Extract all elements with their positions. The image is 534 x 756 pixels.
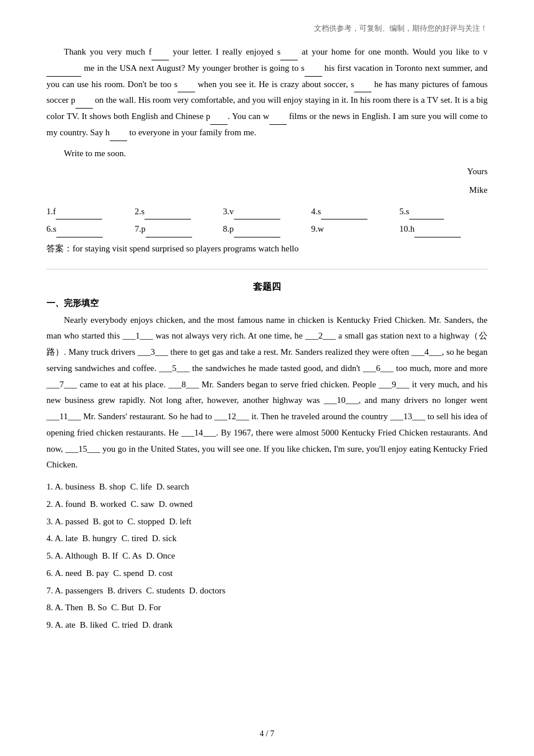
option-1: 1. A. business B. shop C. life D. search	[46, 479, 488, 495]
blank-7	[75, 108, 93, 109]
option-4: 4. A. late B. hungry C. tired D. sick	[46, 531, 488, 547]
blank-p7	[146, 237, 192, 237]
fill-item-7: 7.p	[135, 221, 223, 237]
option-2: 2. A. found B. worked C. saw D. owned	[46, 496, 488, 513]
fill-item-5: 5.s	[399, 203, 488, 220]
section-divider	[46, 269, 488, 269]
blank-6	[354, 92, 371, 92]
fill-item-9: 9.w	[311, 221, 399, 237]
fill-item-10: 10.h	[399, 221, 488, 237]
fill-item-4: 4.s	[311, 203, 399, 220]
blank-4	[305, 76, 322, 77]
option-5: 5. A. Although B. If C. As D. Once	[46, 548, 488, 564]
signature-yours: Yours	[46, 164, 488, 180]
passage-text: Nearly everybody enjoys chicken, and the…	[46, 312, 488, 474]
blank-3	[46, 76, 81, 77]
fill-item-8: 8.p	[223, 221, 311, 237]
blank-h10	[414, 237, 461, 237]
option-6: 6. A. need B. pay C. spend D. cost	[46, 566, 488, 582]
options-section: 1. A. business B. shop C. life D. search…	[46, 479, 488, 633]
blank-f1	[56, 219, 102, 219]
passage: Nearly everybody enjoys chicken, and the…	[46, 312, 488, 474]
letter-paragraph: Thank you very much f your letter. I rea…	[46, 44, 488, 141]
blank-p8	[234, 237, 280, 237]
blank-1	[151, 60, 169, 60]
option-3: 3. A. passed B. got to C. stopped D. lef…	[46, 514, 488, 530]
option-8: 8. A. Then B. So C. But D. For	[46, 600, 488, 616]
blank-s5	[409, 219, 444, 219]
answer-line: 答案：for staying visit spend surprised so …	[46, 241, 488, 257]
fill-item-3: 3.v	[223, 203, 311, 220]
fill-blanks-grid: 1.f 2.s 3.v 4.s 5.s 6.s 7.p 8.p 9.w 10.h	[46, 203, 488, 237]
signature-mike: Mike	[46, 182, 488, 199]
page: 文档供参考，可复制、编制，期待您的好评与关注！ Thank you very m…	[0, 0, 534, 756]
blank-s6	[56, 237, 103, 237]
blank-s4	[321, 219, 367, 219]
blank-s2	[145, 219, 191, 219]
blank-10	[110, 141, 127, 141]
option-7: 7. A. passengers B. drivers C. students …	[46, 583, 488, 599]
write-to-me: Write to me soon.	[64, 146, 488, 162]
fill-item-1: 1.f	[46, 203, 135, 220]
blank-5	[178, 92, 195, 92]
fill-item-6: 6.s	[46, 221, 135, 237]
blank-2	[280, 60, 298, 60]
page-number: 4 / 7	[0, 729, 534, 739]
fill-item-2: 2.s	[135, 203, 223, 220]
blank-9	[269, 124, 287, 125]
section4-title: 套题四	[46, 281, 488, 293]
letter-body: Thank you very much f your letter. I rea…	[46, 44, 488, 141]
blank-8	[210, 124, 228, 125]
blank-v3	[234, 219, 280, 219]
watermark: 文档供参考，可复制、编制，期待您的好评与关注！	[46, 23, 488, 34]
option-9: 9. A. ate B. liked C. tried D. drank	[46, 617, 488, 633]
section4-subtitle: 一、完形填空	[46, 298, 488, 309]
